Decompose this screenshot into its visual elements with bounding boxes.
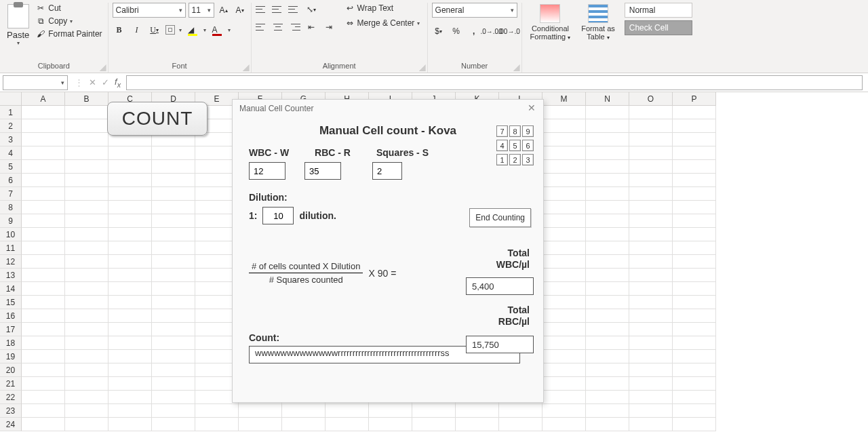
row-header[interactable]: 9	[0, 214, 22, 228]
align-middle-button[interactable]	[272, 5, 284, 14]
cell[interactable]	[22, 160, 65, 174]
cell[interactable]	[586, 160, 629, 174]
cell[interactable]	[586, 187, 629, 201]
row-header[interactable]: 2	[0, 119, 22, 133]
cell[interactable]	[542, 323, 586, 336]
cell[interactable]	[586, 323, 629, 336]
column-header[interactable]: N	[586, 92, 629, 106]
cell[interactable]	[108, 146, 152, 160]
align-left-button[interactable]	[256, 22, 268, 32]
cell[interactable]	[542, 201, 586, 214]
cell[interactable]	[108, 350, 152, 363]
cell[interactable]	[542, 269, 586, 282]
cell[interactable]	[673, 119, 716, 133]
cell[interactable]	[65, 255, 108, 269]
cell[interactable]	[65, 174, 108, 187]
cell[interactable]	[586, 418, 629, 431]
increase-font-button[interactable]: A▴	[217, 3, 231, 17]
bold-button[interactable]: B	[113, 23, 126, 37]
cell[interactable]	[65, 187, 108, 201]
column-header[interactable]: A	[22, 92, 65, 106]
cell[interactable]	[542, 377, 586, 391]
cell[interactable]	[629, 201, 673, 214]
cell[interactable]	[456, 418, 499, 431]
cell[interactable]	[108, 228, 152, 241]
cell[interactable]	[629, 323, 673, 336]
cell[interactable]	[629, 119, 673, 133]
wbc-input[interactable]	[249, 162, 285, 180]
wrap-text-button[interactable]: ↩ Wrap Text	[344, 3, 422, 14]
cell[interactable]	[65, 133, 108, 146]
cell[interactable]	[152, 336, 195, 350]
style-normal[interactable]: Normal	[625, 3, 692, 18]
cell[interactable]	[673, 214, 716, 228]
cell[interactable]	[65, 282, 108, 296]
row-header[interactable]: 8	[0, 201, 22, 214]
cell[interactable]	[152, 187, 195, 201]
cell[interactable]	[629, 336, 673, 350]
cell[interactable]	[22, 228, 65, 241]
font-size-combo[interactable]: 11▾	[189, 3, 214, 18]
fill-color-button[interactable]: ◢	[186, 23, 199, 37]
cell[interactable]	[152, 146, 195, 160]
close-icon[interactable]: ✕	[527, 104, 536, 113]
cell[interactable]	[22, 187, 65, 201]
cell[interactable]	[65, 214, 108, 228]
conditional-formatting-button[interactable]: ConditionalFormatting ▾	[526, 3, 575, 43]
cell[interactable]	[326, 418, 369, 431]
cell[interactable]	[152, 255, 195, 269]
increase-decimal-button[interactable]: .0→.00	[485, 24, 498, 38]
cell[interactable]	[152, 391, 195, 404]
percent-button[interactable]: %	[450, 24, 463, 38]
cell[interactable]	[586, 255, 629, 269]
align-right-button[interactable]	[288, 22, 300, 32]
cell[interactable]	[282, 404, 326, 418]
cell[interactable]	[673, 146, 716, 160]
cell[interactable]	[673, 133, 716, 146]
name-box[interactable]: ▾	[3, 75, 68, 90]
numpad-key-4[interactable]: 4	[496, 140, 508, 151]
cell[interactable]	[22, 323, 65, 336]
cell[interactable]	[152, 174, 195, 187]
cell[interactable]	[629, 377, 673, 391]
cell[interactable]	[22, 269, 65, 282]
cell[interactable]	[65, 201, 108, 214]
formula-input[interactable]	[126, 75, 863, 90]
cell[interactable]	[65, 228, 108, 241]
cell[interactable]	[65, 241, 108, 255]
comma-button[interactable]: ,	[467, 24, 481, 38]
row-header[interactable]: 21	[0, 377, 22, 391]
cell[interactable]	[542, 146, 586, 160]
row-header[interactable]: 23	[0, 404, 22, 418]
cell[interactable]	[629, 174, 673, 187]
row-header[interactable]: 20	[0, 363, 22, 377]
cell[interactable]	[22, 404, 65, 418]
cell[interactable]	[65, 350, 108, 363]
row-header[interactable]: 5	[0, 160, 22, 174]
cell[interactable]	[542, 363, 586, 377]
cell[interactable]	[282, 418, 326, 431]
cell[interactable]	[239, 404, 282, 418]
cell[interactable]	[22, 282, 65, 296]
cell[interactable]	[108, 201, 152, 214]
cell[interactable]	[542, 336, 586, 350]
align-center-button[interactable]	[272, 22, 284, 32]
cell[interactable]	[586, 363, 629, 377]
cell[interactable]	[152, 323, 195, 336]
cell[interactable]	[456, 404, 499, 418]
cell[interactable]	[239, 418, 282, 431]
row-header[interactable]: 18	[0, 336, 22, 350]
cell[interactable]	[152, 309, 195, 323]
decrease-font-button[interactable]: A▾	[233, 3, 247, 17]
align-bottom-button[interactable]	[288, 5, 300, 14]
cell[interactable]	[673, 282, 716, 296]
cell[interactable]	[22, 106, 65, 119]
row-header[interactable]: 13	[0, 269, 22, 282]
cell[interactable]	[22, 363, 65, 377]
cell[interactable]	[65, 119, 108, 133]
dilution-input[interactable]	[262, 207, 294, 224]
cell[interactable]	[108, 241, 152, 255]
numpad-key-3[interactable]: 3	[522, 154, 534, 165]
font-color-button[interactable]: A	[210, 23, 224, 37]
row-header[interactable]: 3	[0, 133, 22, 146]
